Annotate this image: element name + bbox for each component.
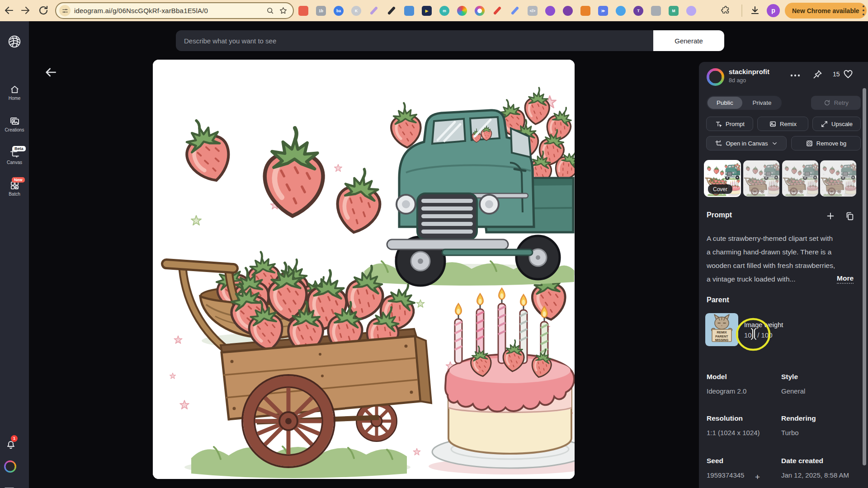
prompt-text-line: A cute strawberry-themed clipart set wit… <box>707 235 863 243</box>
pin-icon[interactable] <box>812 69 823 80</box>
bookmark-star-icon[interactable] <box>279 6 288 15</box>
extension-todoist-icon[interactable] <box>298 6 308 16</box>
extension-red-pen-icon[interactable] <box>493 6 502 15</box>
extension-lavender-pen-icon[interactable] <box>370 6 378 15</box>
extension-bird-icon[interactable] <box>616 6 626 16</box>
notifications-bell-icon[interactable]: 1 <box>5 440 16 450</box>
model-value: Ideogram 2.0 <box>707 387 746 395</box>
back-arrow-icon[interactable] <box>43 65 58 80</box>
extension-purple-dot-icon[interactable] <box>545 6 555 16</box>
extension-chevrons-icon[interactable]: ≫ <box>598 6 608 16</box>
extension-color-wheel-icon[interactable] <box>457 6 467 16</box>
extension-link-icon[interactable] <box>511 6 519 15</box>
url-text[interactable]: ideogram.ai/g/06NscGQkRf-xarBba1E5lA/0 <box>74 7 266 14</box>
panel-scrollbar[interactable] <box>863 88 866 465</box>
sidebar: Home Creations Beta Canvas New Batch 1 <box>0 21 29 488</box>
extension-ba-icon[interactable]: ba <box>334 6 344 16</box>
sidebar-item-home[interactable]: Home <box>0 84 29 101</box>
prompt-bar: Describe what you want to see Generate <box>176 30 724 51</box>
prompt-input[interactable]: Describe what you want to see <box>176 30 653 51</box>
cover-badge: Cover <box>708 184 732 194</box>
copy-prompt-icon[interactable] <box>844 211 854 221</box>
site-settings-icon[interactable] <box>59 5 71 16</box>
variant-thumbnail-3[interactable] <box>782 160 818 197</box>
creator-username[interactable]: stackinprofit <box>729 68 769 75</box>
upscale-button[interactable]: Upscale <box>812 117 861 131</box>
extension-notebook-icon[interactable]: 1b <box>316 6 326 16</box>
parent-thumbnail[interactable]: REMIX PARENT MISSING <box>705 313 738 346</box>
browser-refresh-icon[interactable] <box>38 5 49 16</box>
extension-eyedropper-icon[interactable] <box>387 6 396 15</box>
image-weight-value: 100 / 100 <box>744 331 773 339</box>
sidebar-item-label: Creations <box>0 127 29 132</box>
browser-back-icon[interactable] <box>4 5 14 16</box>
search-icon[interactable] <box>266 6 274 15</box>
address-bar[interactable]: ideogram.ai/g/06NscGQkRf-xarBba1E5lA/0 <box>55 2 294 19</box>
add-prompt-icon[interactable] <box>826 211 835 221</box>
new-badge: New <box>12 177 25 183</box>
user-avatar[interactable] <box>4 460 16 473</box>
extension-m-teal-icon[interactable]: m <box>439 6 449 16</box>
sidebar-item-creations[interactable]: Creations <box>0 116 29 132</box>
toolbar-divider <box>741 5 742 17</box>
more-link[interactable]: More <box>837 274 854 284</box>
remove-bg-icon <box>806 140 813 147</box>
generate-button[interactable]: Generate <box>653 30 724 51</box>
prompt-text-line: a vintage truck loaded with... <box>707 275 833 283</box>
extension-donut-icon[interactable] <box>475 6 485 16</box>
extension-ghost-icon[interactable] <box>686 6 696 16</box>
copy-seed-plus-icon[interactable]: + <box>755 472 760 482</box>
extension-eye-icon[interactable] <box>563 6 573 16</box>
retry-icon <box>823 99 831 107</box>
new-chrome-button[interactable]: New Chrome available <box>785 3 867 19</box>
likes-count: 15 <box>833 70 840 78</box>
extension-t-circle-icon[interactable]: T <box>633 6 643 16</box>
upscale-expand-icon <box>821 120 828 128</box>
visibility-toggle: Public Private <box>707 96 782 110</box>
canvas-crop-icon <box>715 140 722 147</box>
generated-image[interactable] <box>153 60 575 479</box>
extension-bars-icon[interactable] <box>651 6 661 16</box>
retry-button[interactable]: Retry <box>811 96 861 110</box>
prompt-button[interactable]: Prompt <box>706 117 753 131</box>
extension-photos-icon[interactable] <box>404 6 414 16</box>
parent-sign-line: REMIX <box>717 331 727 334</box>
remix-button[interactable]: Remix <box>757 117 808 131</box>
prompt-text-line: a charming hand-drawn style. There is a <box>707 248 863 256</box>
sidebar-item-batch[interactable]: New Batch <box>0 180 29 197</box>
extension-k-icon[interactable]: K <box>351 6 361 16</box>
parent-sign-line: MISSING <box>715 338 729 342</box>
visibility-public-button[interactable]: Public <box>708 97 742 109</box>
extension-player-icon[interactable]: ▶ <box>422 6 432 16</box>
beta-badge: Beta <box>12 146 26 151</box>
more-options-icon[interactable] <box>789 71 801 80</box>
rendering-label: Rendering <box>781 414 816 422</box>
remove-bg-button[interactable]: Remove bg <box>791 136 861 150</box>
variant-thumbnail-2[interactable] <box>743 160 779 197</box>
extension-code-icon[interactable]: </> <box>528 6 538 16</box>
creator-avatar[interactable] <box>707 68 724 86</box>
app-window: ideogram.ai/g/06NscGQkRf-xarBba1E5lA/0 1… <box>0 0 868 488</box>
like-heart-icon[interactable] <box>843 69 854 80</box>
prompt-placeholder: Describe what you want to see <box>184 37 276 45</box>
sidebar-item-canvas[interactable]: Beta Canvas <box>0 149 29 165</box>
browser-menu-icon[interactable] <box>863 5 867 15</box>
resolution-label: Resolution <box>707 414 743 422</box>
resolution-value: 1:1 (1024 x 1024) <box>707 429 760 436</box>
variant-thumbnail-4[interactable] <box>820 160 856 197</box>
visibility-private-button[interactable]: Private <box>742 99 782 106</box>
remix-image-icon <box>769 120 777 128</box>
extensions-row: 1bbaK▶m</>≫TM <box>298 5 696 16</box>
browser-profile-avatar[interactable]: p <box>767 4 780 17</box>
details-panel: stackinprofit 8d ago 15 Public Private R… <box>699 62 868 488</box>
browser-toolbar: ideogram.ai/g/06NscGQkRf-xarBba1E5lA/0 1… <box>0 0 868 21</box>
extension-metamask-icon[interactable] <box>580 6 590 16</box>
chevron-down-icon <box>771 140 778 147</box>
browser-forward-icon[interactable] <box>20 5 31 16</box>
extensions-puzzle-icon[interactable] <box>721 5 731 15</box>
extension-m-green-icon[interactable]: M <box>669 6 679 16</box>
open-in-canvas-button[interactable]: Open in Canvas <box>706 136 787 150</box>
variant-thumbnail-1[interactable]: Cover <box>704 160 741 197</box>
downloads-icon[interactable] <box>750 5 760 16</box>
ideogram-logo-icon[interactable] <box>0 34 29 49</box>
